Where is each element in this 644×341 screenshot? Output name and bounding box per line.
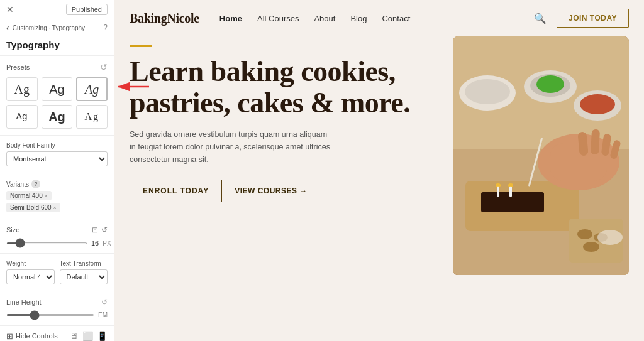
nav-links: Home All Courses About Blog Contact xyxy=(219,14,410,23)
panel-bottom: ⊞ Hide Controls 🖥 ⬜ 📱 xyxy=(0,325,114,341)
nav-link-about[interactable]: About xyxy=(314,14,335,23)
responsive-icon[interactable]: ⊡ xyxy=(92,225,98,234)
panel-title: Typography xyxy=(0,36,114,56)
left-panel: ✕ Published ‹ Customizing · Typography ?… xyxy=(0,0,114,341)
line-height-unit: EM xyxy=(98,311,108,318)
nav-right: 🔍 JOIN TODAY xyxy=(534,9,629,28)
help-icon[interactable]: ? xyxy=(103,23,108,32)
preset-4[interactable]: Ag xyxy=(6,105,38,129)
size-label-row: Size ⊡ ↺ xyxy=(6,225,108,234)
mobile-icon[interactable]: 📱 xyxy=(97,331,108,341)
device-icons: 🖥 ⬜ 📱 xyxy=(70,331,108,341)
size-value: 16 xyxy=(91,239,99,247)
hero-buttons: ENROLL TODAY VIEW COURSES → xyxy=(130,180,440,202)
search-icon[interactable]: 🔍 xyxy=(534,13,547,24)
svg-point-25 xyxy=(577,229,592,239)
main-content: BakingNicole Home All Courses About Blog… xyxy=(114,0,644,341)
hero-image xyxy=(453,36,629,275)
size-section: Size ⊡ ↺ 16 PX xyxy=(0,219,114,254)
body-font-select[interactable]: Montserrat Arial Georgia xyxy=(6,151,108,166)
variants-help-icon[interactable]: ? xyxy=(31,180,40,188)
back-button[interactable]: ‹ xyxy=(6,23,9,33)
variants-section: Variants ? Normal 400 × Semi-Bold 600 × xyxy=(0,173,114,219)
weight-label: Weight xyxy=(6,260,55,267)
tablet-icon[interactable]: ⬜ xyxy=(82,331,93,341)
variant-tag-normal[interactable]: Normal 400 × xyxy=(6,191,52,200)
enroll-today-button[interactable]: ENROLL TODAY xyxy=(130,180,222,202)
navigation: BakingNicole Home All Courses About Blog… xyxy=(114,0,644,36)
svg-point-9 xyxy=(508,183,513,187)
reset-icon[interactable]: ↺ xyxy=(101,225,108,234)
join-today-button[interactable]: JOIN TODAY xyxy=(557,9,629,28)
nav-link-courses[interactable]: All Courses xyxy=(257,14,299,23)
preset-1[interactable]: Ag xyxy=(6,77,38,101)
line-height-refresh-icon[interactable]: ↺ xyxy=(101,298,108,306)
weight-transform-cols: Weight Normal 400 Bold 700 Light 300 Tex… xyxy=(6,260,108,284)
breadcrumb: Customizing · Typography xyxy=(13,24,85,31)
close-button[interactable]: ✕ xyxy=(6,5,14,14)
body-font-label: Body Font Family xyxy=(6,142,108,149)
weight-transform-section: Weight Normal 400 Bold 700 Light 300 Tex… xyxy=(0,254,114,291)
line-height-row: EM xyxy=(6,311,108,318)
desktop-icon[interactable]: 🖥 xyxy=(70,331,79,341)
published-badge: Published xyxy=(66,4,108,15)
svg-rect-5 xyxy=(481,192,544,212)
svg-point-28 xyxy=(597,230,623,245)
presets-label: Presets ↺ xyxy=(6,62,108,72)
hero-accent-bar xyxy=(130,45,152,47)
svg-point-11 xyxy=(465,79,510,104)
line-height-section: Line Height ↺ EM xyxy=(0,291,114,325)
hero-section: Learn baking cookies, pastries, cakes & … xyxy=(114,36,644,341)
preset-2[interactable]: Ag xyxy=(42,77,73,101)
size-slider[interactable] xyxy=(6,242,87,244)
variants-label: Variants ? xyxy=(6,180,108,188)
hero-description: Sed gravida ornare vestibulum turpis qua… xyxy=(130,128,331,166)
site-logo: BakingNicole xyxy=(130,11,199,26)
svg-point-16 xyxy=(580,94,615,114)
weight-col: Weight Normal 400 Bold 700 Light 300 xyxy=(6,260,55,284)
view-courses-link[interactable]: VIEW COURSES → xyxy=(235,187,308,195)
hero-text: Learn baking cookies, pastries, cakes & … xyxy=(130,43,440,202)
nav-link-home[interactable]: Home xyxy=(219,14,242,23)
line-height-label-row: Line Height ↺ xyxy=(6,298,108,306)
svg-rect-7 xyxy=(509,186,512,197)
hero-title: Learn baking cookies, pastries, cakes & … xyxy=(130,56,440,118)
hero-image-inner xyxy=(453,36,629,275)
preset-6[interactable]: Ag xyxy=(76,105,108,129)
nav-link-contact[interactable]: Contact xyxy=(382,14,410,23)
svg-point-14 xyxy=(536,75,564,93)
variants-row: Normal 400 × Semi-Bold 600 × xyxy=(6,191,108,212)
breadcrumb-row: ‹ Customizing · Typography ? xyxy=(0,19,114,36)
hide-controls-button[interactable]: ⊞ Hide Controls xyxy=(6,332,58,341)
nav-link-blog[interactable]: Blog xyxy=(350,14,367,23)
svg-point-8 xyxy=(496,183,501,187)
transform-select[interactable]: Default Uppercase Lowercase xyxy=(60,269,108,284)
size-unit: PX xyxy=(103,240,111,247)
size-row: 16 PX xyxy=(6,239,108,247)
preset-grid: Ag Ag Ag Ag Ag Ag xyxy=(6,77,108,129)
line-height-slider[interactable] xyxy=(6,314,94,316)
body-font-section: Body Font Family Montserrat Arial Georgi… xyxy=(0,136,114,173)
transform-col: Text Transform Default Uppercase Lowerca… xyxy=(60,260,108,284)
panel-header: ✕ Published xyxy=(0,0,114,19)
weight-select[interactable]: Normal 400 Bold 700 Light 300 xyxy=(6,269,55,284)
presets-section: Presets ↺ Ag Ag Ag Ag Ag Ag xyxy=(0,56,114,136)
preset-5[interactable]: Ag xyxy=(42,105,73,129)
transform-label: Text Transform xyxy=(60,260,108,267)
hide-controls-icon: ⊞ xyxy=(6,332,13,341)
presets-refresh-icon[interactable]: ↺ xyxy=(100,62,108,72)
preset-3[interactable]: Ag xyxy=(76,77,108,101)
variant-tag-semibold[interactable]: Semi-Bold 600 × xyxy=(6,203,60,212)
svg-point-27 xyxy=(583,242,599,252)
svg-rect-6 xyxy=(497,186,499,197)
svg-rect-21 xyxy=(591,129,600,155)
